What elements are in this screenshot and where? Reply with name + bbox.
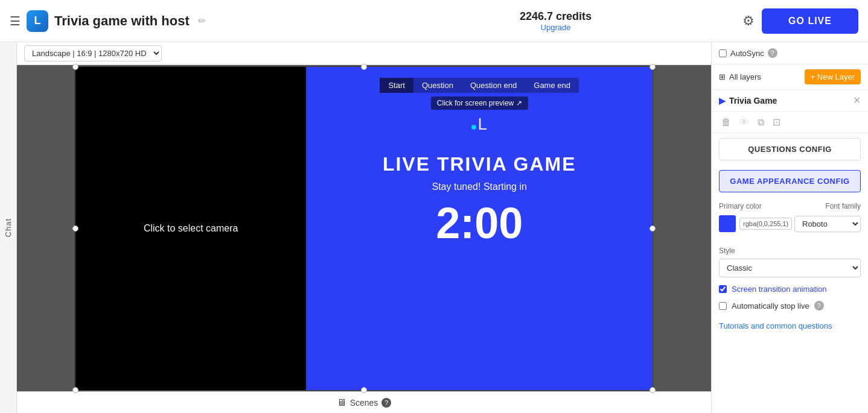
dot-accent xyxy=(471,125,476,130)
duplicate-tool-icon[interactable]: ⧉ xyxy=(758,117,764,128)
project-title: Trivia game with host xyxy=(54,13,190,29)
config-section: Primary color Font family rgba(0,0,255,1… xyxy=(712,197,868,242)
app-logo: L xyxy=(27,10,48,32)
tab-question-end[interactable]: Question end xyxy=(462,78,525,93)
game-logo: L xyxy=(471,115,487,134)
main-content: Chat Landscape | 16:9 | 1280x720 HD Clic… xyxy=(0,42,868,413)
layer-tools: 🗑 👁 ⧉ ⊡ xyxy=(712,112,868,133)
layers-icon: ⊞ xyxy=(719,72,726,81)
tab-game-end[interactable]: Game end xyxy=(525,78,579,93)
new-layer-button[interactable]: + New Layer xyxy=(805,69,861,84)
credits-area: 2246.7 credits Upgrade xyxy=(376,10,735,32)
tutorials-link[interactable]: Tutorials and common questions xyxy=(712,314,868,338)
style-select[interactable]: Classic Modern Minimal xyxy=(719,259,861,277)
questions-config-button[interactable]: QUESTIONS CONFIG xyxy=(719,138,861,160)
color-row: rgba(0,0,255,1) xyxy=(719,215,792,232)
canvas-toolbar: Landscape | 16:9 | 1280x720 HD xyxy=(17,42,711,65)
game-panel: Start Question Question end Game end Cli… xyxy=(306,67,653,390)
resize-handle-bc[interactable] xyxy=(361,387,367,393)
auto-stop-help-icon[interactable]: ? xyxy=(814,301,824,311)
color-font-row: rgba(0,0,255,1) Roboto xyxy=(719,215,861,232)
style-label: Style xyxy=(719,247,861,255)
primary-color-row: Primary color Font family xyxy=(719,202,861,210)
layer-type-icon: ▶ xyxy=(719,96,726,106)
canvas-area: Landscape | 16:9 | 1280x720 HD Click to … xyxy=(17,42,711,413)
autosync-checkbox[interactable] xyxy=(719,49,727,57)
scenes-icon: 🖥 xyxy=(337,397,346,408)
resize-handle-bl[interactable] xyxy=(72,387,78,393)
right-panel: AutoSync ? ⊞ All layers + New Layer ▶ Tr… xyxy=(711,42,868,413)
chat-label: Chat xyxy=(4,218,13,237)
camera-panel[interactable]: Click to select camera xyxy=(75,67,306,390)
style-section: Style xyxy=(712,242,868,255)
auto-stop-row: Automatically stop live ? xyxy=(712,297,868,314)
game-subtitle: Stay tuned! Starting in xyxy=(432,181,526,192)
auto-stop-label: Automatically stop live xyxy=(732,301,809,311)
edit-icon[interactable]: ✏ xyxy=(198,15,206,27)
font-family-label: Font family xyxy=(825,202,861,210)
autosync-check: AutoSync ? xyxy=(719,48,777,58)
go-live-button[interactable]: GO LIVE xyxy=(762,8,858,34)
primary-color-label: Primary color xyxy=(719,202,762,210)
topbar-left: ☰ L Trivia game with host ✏ xyxy=(10,10,369,32)
layer-title-row: ▶ Trivia Game xyxy=(719,96,777,106)
upgrade-link[interactable]: Upgrade xyxy=(541,23,571,32)
resize-handle-br[interactable] xyxy=(649,387,656,393)
resolution-select[interactable]: Landscape | 16:9 | 1280x720 HD xyxy=(24,45,162,61)
layer-close-icon[interactable]: ✕ xyxy=(853,95,861,106)
layers-bar: ⊞ All layers + New Layer xyxy=(712,65,868,90)
screen-transition-row: Screen transition animation xyxy=(712,281,868,297)
camera-text: Click to select camera xyxy=(144,223,238,234)
game-timer: 2:00 xyxy=(436,198,523,248)
tab-question[interactable]: Question xyxy=(413,78,462,93)
screen-transition-label: Screen transition animation xyxy=(732,285,827,294)
resize-handle-mr[interactable] xyxy=(649,225,656,232)
auto-stop-checkbox[interactable] xyxy=(719,302,727,310)
game-title: LIVE TRIVIA GAME xyxy=(383,153,576,175)
settings-icon[interactable]: ⚙ xyxy=(742,13,755,29)
chat-sidebar: Chat xyxy=(0,42,17,413)
color-swatch[interactable] xyxy=(719,215,736,232)
screen-transition-checkbox[interactable] xyxy=(719,285,727,293)
autosync-label: AutoSync xyxy=(730,49,764,58)
scenes-help-icon[interactable]: ? xyxy=(381,398,391,408)
game-appearance-config-button[interactable]: GAME APPEARANCE CONFIG xyxy=(719,170,861,192)
credits-amount: 2246.7 credits xyxy=(520,10,592,22)
resize-handle-ml[interactable] xyxy=(72,225,78,232)
tab-start[interactable]: Start xyxy=(380,78,413,93)
visibility-tool-icon[interactable]: 👁 xyxy=(739,117,749,128)
layer-header: ▶ Trivia Game ✕ xyxy=(712,90,868,112)
autosync-help-icon[interactable]: ? xyxy=(768,48,777,58)
scenes-label[interactable]: Scenes xyxy=(350,398,378,408)
font-select[interactable]: Roboto xyxy=(794,216,861,232)
resize-handle-tl[interactable] xyxy=(72,64,78,70)
topbar: ☰ L Trivia game with host ✏ 2246.7 credi… xyxy=(0,0,868,42)
credits-display: 2246.7 credits xyxy=(520,10,592,23)
logo-letter: L xyxy=(477,115,487,133)
preview-hint[interactable]: Click for screen preview ↗ xyxy=(431,96,528,110)
scenes-bar: 🖥 Scenes ? xyxy=(17,391,711,413)
color-value[interactable]: rgba(0,0,255,1) xyxy=(739,218,792,230)
crop-tool-icon[interactable]: ⊡ xyxy=(773,116,780,128)
delete-tool-icon[interactable]: 🗑 xyxy=(721,117,731,128)
canvas-wrapper: Click to select camera Start Question Qu… xyxy=(17,65,711,391)
resize-handle-tc[interactable] xyxy=(361,64,367,70)
stage: Click to select camera Start Question Qu… xyxy=(74,66,654,391)
all-layers-label: All layers xyxy=(729,72,761,81)
layer-title: Trivia Game xyxy=(729,96,777,106)
preview-tabs: Start Question Question end Game end xyxy=(380,78,579,93)
topbar-right: ⚙ GO LIVE xyxy=(742,8,858,34)
style-select-wrapper: Classic Modern Minimal xyxy=(712,255,868,281)
menu-icon[interactable]: ☰ xyxy=(10,14,21,28)
resize-handle-tr[interactable] xyxy=(649,64,656,70)
all-layers-button[interactable]: ⊞ All layers xyxy=(719,72,761,81)
autosync-row: AutoSync ? xyxy=(712,42,868,65)
